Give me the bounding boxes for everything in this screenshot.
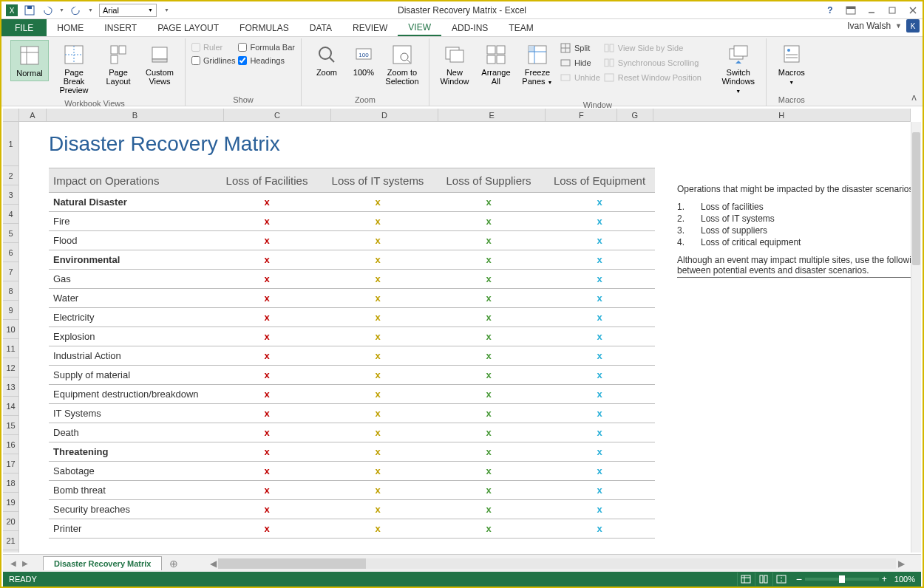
column-header[interactable]: B bbox=[47, 109, 224, 121]
gridlines-checkbox[interactable]: Gridlines bbox=[191, 56, 235, 65]
view-normal-icon[interactable] bbox=[737, 572, 755, 586]
ribbon-options-icon[interactable] bbox=[844, 4, 857, 16]
vertical-scrollbar[interactable] bbox=[911, 122, 921, 553]
redo-dropdown-icon[interactable]: ▼ bbox=[88, 7, 93, 13]
switch-windows-button[interactable]: Switch Windows ▼ bbox=[717, 40, 760, 99]
column-header[interactable]: C bbox=[224, 109, 331, 121]
row-header[interactable]: 17 bbox=[3, 454, 18, 474]
custom-views-button[interactable]: Custom Views bbox=[140, 40, 179, 89]
sheet-nav-prev-icon[interactable]: ◀ bbox=[7, 556, 19, 571]
tab-add-ins[interactable]: ADD-INS bbox=[441, 19, 498, 36]
tab-data[interactable]: DATA bbox=[299, 19, 342, 36]
mark-cell: x bbox=[544, 312, 655, 323]
view-page-break-icon[interactable] bbox=[772, 572, 790, 586]
headings-checkbox[interactable]: Headings bbox=[238, 56, 295, 65]
row-header[interactable]: 13 bbox=[3, 377, 18, 397]
tab-view[interactable]: VIEW bbox=[398, 19, 441, 36]
add-sheet-icon[interactable]: ⊕ bbox=[169, 558, 178, 570]
user-dropdown-icon[interactable]: ▼ bbox=[895, 22, 902, 30]
scrollbar-thumb[interactable] bbox=[912, 132, 920, 265]
zoom-selection-button[interactable]: Zoom to Selection bbox=[381, 40, 423, 89]
sheet-nav-next-icon[interactable]: ▶ bbox=[19, 556, 31, 571]
row-header[interactable]: 19 bbox=[3, 493, 18, 512]
row-header[interactable]: 5 bbox=[3, 224, 18, 243]
row-header[interactable]: 6 bbox=[3, 243, 18, 262]
minimize-icon[interactable] bbox=[865, 4, 878, 16]
column-header[interactable]: H bbox=[653, 109, 911, 121]
close-icon[interactable] bbox=[906, 4, 920, 16]
zoom-button[interactable]: Zoom bbox=[308, 40, 346, 80]
tab-home[interactable]: HOME bbox=[47, 19, 94, 36]
undo-dropdown-icon[interactable]: ▼ bbox=[59, 7, 64, 13]
maximize-icon[interactable] bbox=[886, 4, 899, 16]
horizontal-scrollbar[interactable]: ◀ ▶ bbox=[208, 558, 906, 569]
column-header[interactable]: F bbox=[546, 109, 617, 121]
page-break-button[interactable]: Page Break Preview bbox=[52, 40, 96, 98]
row-header[interactable]: 1 bbox=[3, 122, 18, 166]
row-header[interactable]: 9 bbox=[3, 301, 18, 320]
table-row: Environmentalxxxx bbox=[49, 250, 655, 270]
row-header[interactable]: 12 bbox=[3, 358, 18, 377]
row-header[interactable]: 2 bbox=[3, 166, 18, 185]
row-header[interactable]: 3 bbox=[3, 185, 18, 205]
row-header[interactable]: 15 bbox=[3, 416, 18, 435]
column-header[interactable]: D bbox=[331, 109, 438, 121]
column-header[interactable]: E bbox=[438, 109, 546, 121]
svg-rect-58 bbox=[764, 575, 767, 583]
cells-area[interactable]: Disaster Recovery Matrix Impact on Opera… bbox=[19, 122, 911, 553]
table-row: Gasxxxx bbox=[49, 270, 655, 289]
list-item: 1.Loss of facilities bbox=[677, 202, 911, 212]
tab-page-layout[interactable]: PAGE LAYOUT bbox=[147, 19, 229, 36]
view-page-layout-icon[interactable] bbox=[755, 572, 772, 586]
normal-view-button[interactable]: Normal bbox=[10, 40, 49, 81]
tab-insert[interactable]: INSERT bbox=[94, 19, 147, 36]
column-header[interactable]: G bbox=[617, 109, 653, 121]
zoom-in-icon[interactable]: + bbox=[882, 574, 887, 584]
qat-customize-icon[interactable]: ▼ bbox=[164, 7, 169, 13]
sheet-tab-active[interactable]: Disaster Recovery Matrix bbox=[43, 556, 162, 570]
row-header[interactable]: 21 bbox=[3, 531, 18, 550]
arrange-all-button[interactable]: Arrange All bbox=[477, 40, 515, 89]
excel-icon: X bbox=[6, 4, 18, 16]
row-header[interactable]: 4 bbox=[3, 205, 18, 224]
macros-button[interactable]: Macros▼ bbox=[772, 40, 811, 90]
row-header[interactable]: 8 bbox=[3, 281, 18, 301]
zoom-out-icon[interactable]: − bbox=[796, 573, 802, 585]
row-header[interactable]: 14 bbox=[3, 397, 18, 416]
row-header[interactable]: 16 bbox=[3, 435, 18, 454]
tab-formulas[interactable]: FORMULAS bbox=[229, 19, 299, 36]
column-header[interactable]: A bbox=[19, 109, 47, 121]
redo-icon[interactable] bbox=[70, 4, 82, 16]
mark-cell: x bbox=[544, 523, 655, 534]
row-header[interactable]: 11 bbox=[3, 339, 18, 358]
page-layout-button[interactable]: Page Layout bbox=[99, 40, 137, 89]
mark-cell: x bbox=[211, 389, 322, 400]
font-selector[interactable]: Arial▼ bbox=[99, 4, 157, 17]
help-icon[interactable]: ? bbox=[823, 4, 837, 16]
hide-button[interactable]: Hide bbox=[560, 56, 600, 69]
zoom-level[interactable]: 100% bbox=[894, 575, 915, 584]
select-all-corner[interactable] bbox=[3, 109, 19, 122]
row-header[interactable]: 20 bbox=[3, 512, 18, 531]
spreadsheet: ABCDEFGH 1234567891011121314151617181920… bbox=[3, 109, 921, 553]
tab-review[interactable]: REVIEW bbox=[342, 19, 398, 36]
tab-team[interactable]: TEAM bbox=[498, 19, 543, 36]
tab-file[interactable]: FILE bbox=[1, 19, 47, 36]
save-icon[interactable] bbox=[24, 4, 35, 16]
mark-cell: x bbox=[211, 331, 322, 342]
freeze-panes-button[interactable]: Freeze Panes ▼ bbox=[518, 40, 557, 90]
zoom-slider[interactable] bbox=[805, 578, 879, 581]
split-button[interactable]: Split bbox=[560, 41, 600, 55]
ruler-checkbox[interactable]: Ruler bbox=[191, 43, 235, 52]
row-header[interactable]: 18 bbox=[3, 474, 18, 493]
formula-bar-checkbox[interactable]: Formula Bar bbox=[238, 43, 295, 52]
collapse-ribbon-icon[interactable]: ʌ bbox=[906, 89, 923, 106]
row-header[interactable]: 7 bbox=[3, 262, 18, 281]
zoom-100-button[interactable]: 100 100% bbox=[349, 40, 378, 80]
hscroll-thumb[interactable] bbox=[218, 558, 366, 569]
undo-icon[interactable] bbox=[41, 4, 53, 16]
new-window-button[interactable]: New Window bbox=[435, 40, 474, 89]
row-header[interactable]: 10 bbox=[3, 320, 18, 339]
user-avatar[interactable]: K bbox=[906, 19, 920, 33]
user-name[interactable]: Ivan Walsh bbox=[847, 21, 891, 31]
